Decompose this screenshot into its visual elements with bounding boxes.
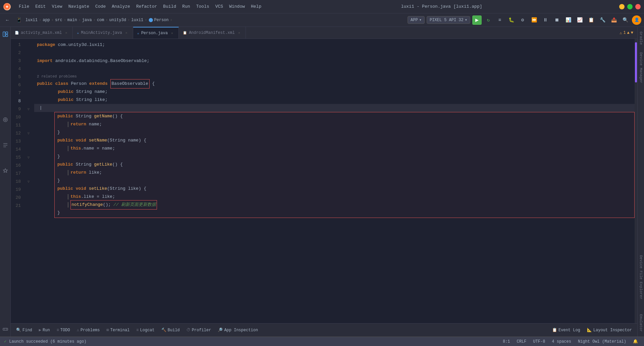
code-line-1[interactable]: package com.unity3d.luxi1; — [34, 41, 635, 49]
breadcrumb-src[interactable]: src — [55, 18, 62, 22]
code-line-4[interactable] — [34, 65, 635, 73]
menu-edit[interactable]: Edit — [33, 3, 48, 10]
status-indent[interactable]: 4 spaces — [550, 339, 573, 345]
maximize-button[interactable]: ⧠ — [627, 4, 633, 9]
code-line-7[interactable]: public String like; — [34, 96, 635, 104]
tab-activity-main-close[interactable]: ✕ — [64, 31, 68, 35]
tab-activity-main[interactable]: 📄 activity_main.xml ✕ — [11, 27, 73, 39]
breadcrumb-unity3d[interactable]: unity3d — [109, 18, 126, 22]
code-line-11[interactable]: } — [55, 128, 634, 136]
code-line-6[interactable]: public String name; — [34, 88, 635, 96]
sidebar-device-file-explorer-label[interactable]: Device File Explorer — [638, 252, 644, 303]
menu-refactor[interactable]: Refactor — [133, 3, 160, 10]
status-notification[interactable]: 🔔 — [631, 338, 640, 345]
sidebar-favorites-icon[interactable] — [1, 166, 10, 175]
breadcrumb-luxi1-pkg[interactable]: luxi1 — [131, 18, 143, 22]
menu-run[interactable]: Run — [179, 3, 193, 10]
toolbar-action-10[interactable]: 🔧 — [598, 15, 607, 25]
app-config-select[interactable]: APP ▾ — [408, 16, 425, 24]
terminal-tool[interactable]: ⊞ Terminal — [104, 326, 132, 334]
tab-androidmanifest[interactable]: 📋 AndroidManifest.xml ✕ — [179, 27, 246, 39]
code-line-17[interactable]: } — [55, 177, 634, 185]
status-encoding[interactable]: UTF-8 — [531, 339, 547, 345]
code-line-13[interactable]: this.name = name; — [55, 145, 634, 153]
code-line-9[interactable]: public String getName() { — [55, 112, 634, 120]
sidebar-device-manager-label[interactable]: Device Manager — [638, 49, 644, 86]
sidebar-emulator-label[interactable]: Emulator — [638, 311, 644, 335]
code-line-10[interactable]: return name; — [55, 120, 634, 128]
related-problems[interactable]: 2 related problems — [34, 73, 635, 80]
status-theme[interactable]: Night Owl (Material) — [576, 339, 628, 345]
event-log-tool[interactable]: 📋 Event Log — [549, 326, 583, 334]
tab-person-close[interactable]: ✕ — [170, 31, 174, 36]
warning-up-arrow[interactable]: ▲ — [627, 31, 630, 35]
code-line-14[interactable]: } — [55, 153, 634, 161]
app-inspection-tool[interactable]: 🔎 App Inspection — [215, 326, 261, 334]
sidebar-build-variants-icon[interactable] — [1, 325, 10, 334]
breadcrumb-java[interactable]: java — [82, 18, 92, 22]
menu-view[interactable]: View — [49, 3, 65, 10]
toolbar-action-6[interactable]: ⏹ — [552, 15, 561, 25]
code-line-18[interactable]: public void setLike(String like) { — [55, 185, 634, 193]
profiler-tool[interactable]: ⏱ Profiler — [184, 326, 214, 334]
breadcrumb-app[interactable]: app — [43, 18, 50, 22]
tab-warnings[interactable]: ⚠ 1 ▲ ▼ — [620, 30, 633, 35]
sidebar-structure-icon[interactable] — [1, 140, 10, 150]
toolbar-action-7[interactable]: 📊 — [564, 15, 573, 25]
code-content[interactable]: package com.unity3d.luxi1; import androi… — [34, 39, 635, 323]
menu-build[interactable]: Build — [160, 3, 179, 10]
build-tool[interactable]: 🔨 Build — [159, 326, 182, 334]
toolbar-action-11[interactable]: 📤 — [609, 15, 619, 25]
fold-15[interactable]: ▽ — [28, 154, 34, 162]
toolbar-action-12[interactable]: 🔍 — [621, 15, 630, 25]
breadcrumb-main[interactable]: main — [67, 18, 77, 22]
tab-mainactivity-close[interactable]: ✕ — [124, 31, 129, 35]
sidebar-gradle-label[interactable]: Gradle — [638, 28, 644, 48]
code-line-5[interactable]: public class Person extends BaseObservab… — [34, 80, 635, 88]
user-avatar[interactable]: 👤 — [632, 15, 641, 25]
toolbar-action-1[interactable]: ≡ — [495, 15, 504, 25]
menu-help[interactable]: Help — [248, 3, 264, 10]
menu-navigate[interactable]: Navigate — [66, 3, 92, 10]
tab-mainactivity[interactable]: ☕ MainActivity.java ✕ — [73, 27, 133, 39]
toolbar-action-3[interactable]: ⚙ — [518, 15, 527, 25]
fold-18[interactable]: ▽ — [28, 178, 34, 186]
menu-tools[interactable]: Tools — [194, 3, 212, 10]
menu-analyze[interactable]: Analyze — [109, 3, 133, 10]
problems-tool[interactable]: ⚠ Problems — [74, 326, 103, 334]
breadcrumb-person[interactable]: Person — [154, 18, 169, 22]
layout-inspector-tool[interactable]: 📐 Layout Inspector — [584, 326, 635, 334]
status-position[interactable]: 8:1 — [501, 339, 512, 345]
code-line-2[interactable] — [34, 49, 635, 57]
run-button[interactable]: ▶ — [472, 15, 482, 25]
code-line-15[interactable]: public String getLike() { — [55, 161, 634, 169]
code-line-21[interactable]: } — [55, 209, 634, 217]
find-tool[interactable]: 🔍 Find — [13, 326, 35, 334]
fold-9[interactable]: ▽ — [28, 105, 34, 113]
tab-androidmanifest-close[interactable]: ✕ — [237, 31, 241, 35]
minimize-button[interactable]: − — [619, 4, 625, 9]
code-line-19[interactable]: this.like = like; — [55, 193, 634, 201]
logcat-tool[interactable]: ≡ Logcat — [133, 327, 157, 334]
code-line-20[interactable]: notifyChange(); // 刷新页面更新数据 — [55, 201, 634, 209]
sidebar-project-icon[interactable] — [1, 30, 10, 39]
breadcrumb-luxi1[interactable]: luxi1 — [25, 18, 38, 22]
code-line-3[interactable]: import androidx.databinding.BaseObservab… — [34, 57, 635, 65]
device-select[interactable]: PIXEL 5 API 32 ▾ — [427, 16, 470, 24]
code-line-12[interactable]: public void setName(String name) { — [55, 136, 634, 145]
back-button[interactable]: ← — [3, 15, 12, 25]
breadcrumb-com[interactable]: com — [97, 18, 104, 22]
tab-person[interactable]: ☕ Person.java ✕ — [133, 27, 179, 39]
toolbar-action-9[interactable]: 📋 — [586, 15, 596, 25]
status-line-ending[interactable]: CRLF — [515, 339, 529, 345]
code-editor[interactable]: 1 2 3 4 5 6 7 8 9 10 11 12 13 14 15 16 1… — [11, 39, 637, 323]
code-line-16[interactable]: return like; — [55, 169, 634, 177]
sidebar-resource-icon[interactable] — [1, 115, 10, 124]
warning-down-arrow[interactable]: ▼ — [631, 31, 633, 35]
todo-tool[interactable]: ≡ TODO — [54, 327, 73, 334]
toolbar-action-5[interactable]: ⏸ — [541, 15, 550, 25]
code-scrollbar[interactable] — [635, 39, 637, 323]
toolbar-action-8[interactable]: 📈 — [575, 15, 584, 25]
sync-button[interactable]: ↻ — [484, 15, 493, 25]
toolbar-action-4[interactable]: ⏩ — [529, 15, 539, 25]
